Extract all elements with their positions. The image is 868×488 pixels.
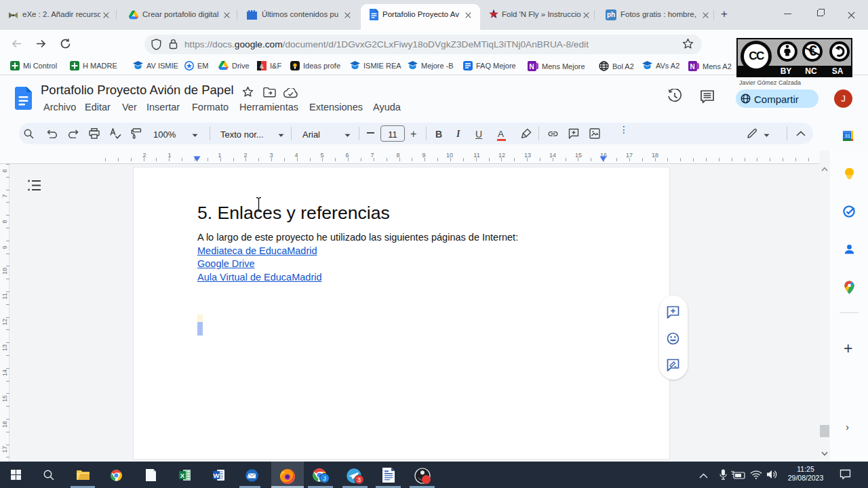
svg-text:J: J <box>323 475 326 482</box>
svg-text:N: N <box>529 63 534 70</box>
svg-text:3: 3 <box>357 476 361 483</box>
svg-text:31: 31 <box>844 133 850 139</box>
svg-text:&: & <box>260 63 264 70</box>
svg-text:N: N <box>690 63 694 70</box>
svg-text:X: X <box>180 472 185 479</box>
svg-text:W: W <box>214 472 220 479</box>
